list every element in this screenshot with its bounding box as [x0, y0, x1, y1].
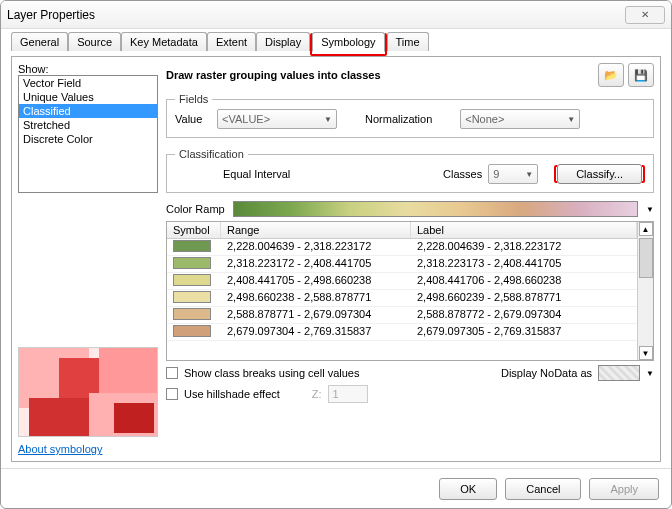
hillshade-checkbox[interactable] — [166, 388, 178, 400]
panel-header: Draw raster grouping values into classes — [166, 69, 381, 81]
classification-group: Classification Equal Interval Classes 9▼… — [166, 148, 654, 193]
show-breaks-label: Show class breaks using cell values — [184, 367, 359, 379]
table-row[interactable]: 2,498.660238 - 2,588.8787712,498.660239 … — [167, 290, 637, 307]
cancel-button[interactable]: Cancel — [505, 478, 581, 500]
label-cell[interactable]: 2,679.097305 - 2,769.315837 — [411, 324, 637, 340]
scroll-down-icon[interactable]: ▼ — [639, 346, 653, 360]
label-cell[interactable]: 2,408.441706 - 2,498.660238 — [411, 273, 637, 289]
normalization-combo[interactable]: <None>▼ — [460, 109, 580, 129]
value-label: Value — [175, 113, 211, 125]
nodata-color-picker[interactable] — [598, 365, 640, 381]
hillshade-label: Use hillshade effect — [184, 388, 280, 400]
show-item-discrete-color[interactable]: Discrete Color — [19, 132, 157, 146]
class-grid[interactable]: Symbol Range Label 2,228.004639 - 2,318.… — [166, 221, 654, 361]
symbol-cell[interactable] — [167, 239, 221, 255]
range-cell[interactable]: 2,318.223172 - 2,408.441705 — [221, 256, 411, 272]
color-ramp-combo[interactable] — [233, 201, 638, 217]
table-row[interactable]: 2,318.223172 - 2,408.4417052,318.223173 … — [167, 256, 637, 273]
col-range[interactable]: Range — [221, 222, 411, 238]
label-cell[interactable]: 2,498.660239 - 2,588.878771 — [411, 290, 637, 306]
tab-symbology[interactable]: Symbology — [312, 32, 384, 52]
dialog-footer: OK Cancel Apply — [1, 468, 671, 508]
col-label[interactable]: Label — [411, 222, 637, 238]
classify-button[interactable]: Classify... — [557, 164, 642, 184]
range-cell[interactable]: 2,588.878771 - 2,679.097304 — [221, 307, 411, 323]
col-symbol[interactable]: Symbol — [167, 222, 221, 238]
show-label: Show: — [18, 63, 158, 75]
nodata-label: Display NoData as — [501, 367, 592, 379]
normalization-label: Normalization — [365, 113, 432, 125]
range-cell[interactable]: 2,679.097304 - 2,769.315837 — [221, 324, 411, 340]
label-cell[interactable]: 2,588.878772 - 2,679.097304 — [411, 307, 637, 323]
scroll-thumb[interactable] — [639, 238, 653, 278]
tab-general[interactable]: General — [11, 32, 68, 51]
open-icon[interactable]: 📂 — [598, 63, 624, 87]
preview-thumbnail — [18, 347, 158, 437]
show-breaks-checkbox[interactable] — [166, 367, 178, 379]
chevron-down-icon[interactable]: ▼ — [646, 369, 654, 378]
save-icon[interactable]: 💾 — [628, 63, 654, 87]
show-item-stretched[interactable]: Stretched — [19, 118, 157, 132]
fields-legend: Fields — [175, 93, 212, 105]
tab-extent[interactable]: Extent — [207, 32, 256, 51]
scroll-up-icon[interactable]: ▲ — [639, 222, 653, 236]
show-item-unique-values[interactable]: Unique Values — [19, 90, 157, 104]
show-item-vector-field[interactable]: Vector Field — [19, 76, 157, 90]
chevron-down-icon: ▼ — [525, 170, 533, 179]
apply-button[interactable]: Apply — [589, 478, 659, 500]
fields-group: Fields Value <VALUE>▼ Normalization <Non… — [166, 93, 654, 138]
table-row[interactable]: 2,228.004639 - 2,318.2231722,228.004639 … — [167, 239, 637, 256]
z-label: Z: — [312, 388, 322, 400]
ok-button[interactable]: OK — [439, 478, 497, 500]
about-symbology-link[interactable]: About symbology — [18, 443, 102, 455]
show-list[interactable]: Vector Field Unique Values Classified St… — [18, 75, 158, 193]
chevron-down-icon: ▼ — [324, 115, 332, 124]
value-combo[interactable]: <VALUE>▼ — [217, 109, 337, 129]
tab-display[interactable]: Display — [256, 32, 310, 51]
chevron-down-icon[interactable]: ▼ — [646, 205, 654, 214]
tab-key-metadata[interactable]: Key Metadata — [121, 32, 207, 51]
table-row[interactable]: 2,408.441705 - 2,498.6602382,408.441706 … — [167, 273, 637, 290]
symbol-cell[interactable] — [167, 290, 221, 306]
color-ramp-label: Color Ramp — [166, 203, 225, 215]
classes-combo[interactable]: 9▼ — [488, 164, 538, 184]
close-icon[interactable]: ✕ — [625, 6, 665, 24]
tab-strip: General Source Key Metadata Extent Displ… — [11, 35, 661, 57]
grid-scrollbar[interactable]: ▲ ▼ — [637, 222, 653, 360]
z-input[interactable]: 1 — [328, 385, 368, 403]
classes-label: Classes — [443, 168, 482, 180]
titlebar[interactable]: Layer Properties ✕ — [1, 1, 671, 29]
table-row[interactable]: 2,588.878771 - 2,679.0973042,588.878772 … — [167, 307, 637, 324]
symbol-cell[interactable] — [167, 256, 221, 272]
classification-legend: Classification — [175, 148, 248, 160]
range-cell[interactable]: 2,498.660238 - 2,588.878771 — [221, 290, 411, 306]
symbol-cell[interactable] — [167, 324, 221, 340]
grid-header[interactable]: Symbol Range Label — [167, 222, 637, 239]
symbol-cell[interactable] — [167, 307, 221, 323]
range-cell[interactable]: 2,408.441705 - 2,498.660238 — [221, 273, 411, 289]
chevron-down-icon: ▼ — [567, 115, 575, 124]
symbol-cell[interactable] — [167, 273, 221, 289]
tab-time[interactable]: Time — [387, 32, 429, 51]
range-cell[interactable]: 2,228.004639 - 2,318.223172 — [221, 239, 411, 255]
table-row[interactable]: 2,679.097304 - 2,769.3158372,679.097305 … — [167, 324, 637, 341]
preview-area: About symbology — [18, 347, 158, 455]
tab-source[interactable]: Source — [68, 32, 121, 51]
window-title: Layer Properties — [7, 8, 95, 22]
classification-method: Equal Interval — [223, 168, 290, 180]
label-cell[interactable]: 2,228.004639 - 2,318.223172 — [411, 239, 637, 255]
label-cell[interactable]: 2,318.223173 - 2,408.441705 — [411, 256, 637, 272]
layer-properties-dialog: Layer Properties ✕ General Source Key Me… — [0, 0, 672, 509]
show-item-classified[interactable]: Classified — [19, 104, 157, 118]
